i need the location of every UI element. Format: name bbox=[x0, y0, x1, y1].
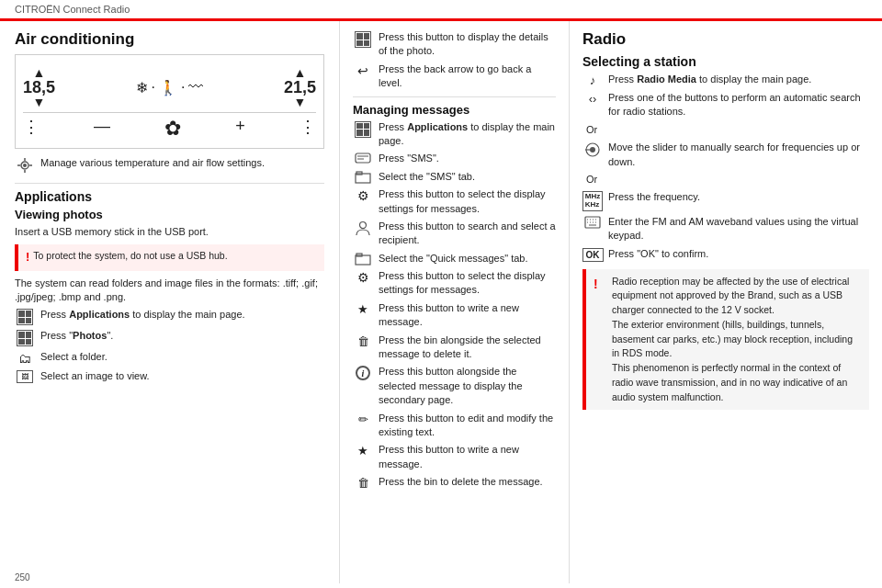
msg-item-10: i Press this button alongside the select… bbox=[353, 365, 556, 407]
msg-item-4: ⚙ Press this button to select the displa… bbox=[353, 187, 556, 216]
viewing-photos-title: Viewing photos bbox=[15, 208, 324, 221]
warning-icon: ! bbox=[26, 249, 29, 266]
warning-row: ! To protect the system, do not use a US… bbox=[26, 249, 317, 266]
mhz-icon-cell: MHzKHz bbox=[582, 190, 603, 211]
app-grid-icon-2 bbox=[15, 329, 35, 346]
trash-symbol-1: 🗑 bbox=[357, 334, 369, 348]
radio-item-6-text: Press "OK" to confirm. bbox=[608, 247, 869, 261]
svg-point-11 bbox=[360, 221, 367, 228]
managing-messages-title: Managing messages bbox=[353, 103, 556, 117]
msg-pencil-icon: ✏ bbox=[353, 412, 373, 426]
or-1: Or bbox=[586, 123, 869, 137]
chevrons-symbol: ‹› bbox=[589, 92, 597, 106]
or-2: Or bbox=[586, 173, 869, 187]
ac-waves-icon: 〰 bbox=[188, 79, 203, 96]
mhz-box: MHzKHz bbox=[582, 191, 603, 211]
app-item-2: Press "Photos". bbox=[15, 329, 324, 346]
msg-tab-icon-2 bbox=[353, 252, 373, 266]
photo-item-1-text: Press this button to display the details… bbox=[379, 30, 556, 59]
divider-mid bbox=[353, 96, 556, 97]
app-item-2-text: Press "Photos". bbox=[40, 329, 324, 343]
app-item-3: 🗂 Select a folder. bbox=[15, 350, 324, 366]
msg-person-icon bbox=[353, 220, 373, 237]
ac-manage-icon bbox=[15, 156, 35, 174]
ok-icon-cell: OK bbox=[582, 247, 603, 262]
system-text: The system can read folders and image fi… bbox=[15, 277, 324, 305]
photo-grid-icon bbox=[353, 30, 373, 48]
app-item-3-text: Select a folder. bbox=[40, 350, 324, 364]
radio-item-5-text: Enter the FM and AM waveband values usin… bbox=[608, 215, 869, 243]
radio-item-3-text: Move the slider to manually search for f… bbox=[608, 141, 869, 169]
ok-box: OK bbox=[582, 248, 604, 262]
msg-item-11: ✏ Press this button to edit and modify t… bbox=[353, 412, 556, 440]
header-title: CITROËN Connect Radio bbox=[15, 4, 130, 15]
ac-left-arrows: ▲ 18,5 ▼ bbox=[23, 66, 55, 108]
msg-item-9-text: Press the bin alongside the selected mes… bbox=[379, 334, 556, 362]
ac-right-arrows: ▲ 21,5 ▼ bbox=[284, 66, 316, 108]
air-conditioning-section: Air conditioning ▲ 18,5 ▼ ❄ · 🚶 · 〰 bbox=[15, 30, 324, 174]
keyboard-icon-cell bbox=[582, 215, 603, 229]
ac-down-arrow-right: ▼ bbox=[294, 96, 307, 108]
msg-item-8-text: Press this button to write a new message… bbox=[379, 301, 556, 330]
middle-column: Press this button to display the details… bbox=[340, 21, 570, 583]
radio-item-4-text: Press the frequency. bbox=[608, 190, 869, 204]
star-symbol-1: ★ bbox=[357, 302, 368, 316]
music-note-icon: ♪ bbox=[582, 73, 603, 87]
main-content: Air conditioning ▲ 18,5 ▼ ❄ · 🚶 · 〰 bbox=[0, 21, 882, 583]
ac-plus: + bbox=[235, 117, 245, 141]
sms-svg bbox=[355, 153, 371, 165]
msg-item-8: ★ Press this button to write a new messa… bbox=[353, 301, 556, 330]
ac-up-arrow: ▲ bbox=[33, 66, 46, 79]
right-column: Radio Selecting a station ♪ Press Radio … bbox=[570, 21, 882, 583]
msg-item-3: Select the "SMS" tab. bbox=[353, 170, 556, 184]
ac-dot1: · bbox=[152, 79, 155, 96]
msg-item-12: ★ Press this button to write a new messa… bbox=[353, 443, 556, 471]
ac-control-box: ▲ 18,5 ▼ ❄ · 🚶 · 〰 ▲ 21,5 ▼ bbox=[15, 54, 324, 149]
radio-item-1: ♪ Press Radio Media to display the main … bbox=[582, 73, 869, 87]
radio-note-text: Radio reception may be affected by the u… bbox=[612, 275, 862, 405]
ac-bottom-row: ⋮ — ✿ + ⋮ bbox=[23, 112, 316, 141]
chevrons-icon: ‹› bbox=[582, 91, 603, 106]
msg-item-13: 🗑 Press the bin to delete the message. bbox=[353, 475, 556, 490]
msg-item-10-text: Press this button alongside the selected… bbox=[379, 365, 556, 407]
back-arrow-icon: ↩ bbox=[353, 62, 373, 78]
msg-item-3-text: Select the "SMS" tab. bbox=[379, 170, 556, 184]
msg-star-icon-2: ★ bbox=[353, 443, 373, 458]
app-item-4-text: Select an image to view. bbox=[40, 369, 324, 383]
radio-item-2-text: Press one of the buttons to perform an a… bbox=[608, 91, 869, 119]
image-icon: 🖼 bbox=[17, 370, 33, 383]
tab-svg-1 bbox=[355, 171, 371, 184]
gear-symbol-1: ⚙ bbox=[357, 188, 369, 203]
select-station-title: Selecting a station bbox=[582, 54, 869, 69]
ac-manage-text: Manage various temperature and air flow … bbox=[40, 156, 324, 170]
divider-1 bbox=[15, 183, 324, 184]
msg-item-1: Press Applications to display the main p… bbox=[353, 120, 556, 149]
msg-star-icon-1: ★ bbox=[353, 301, 373, 316]
ac-snowflake-icon: ❄ bbox=[136, 79, 148, 96]
radio-title: Radio bbox=[582, 30, 869, 49]
msg-item-9: 🗑 Press the bin alongside the selected m… bbox=[353, 334, 556, 362]
ac-bottom-icon2: ⋮ bbox=[300, 117, 316, 141]
svg-rect-6 bbox=[356, 153, 370, 163]
photo-item-2-text: Press the back arrow to go back a level. bbox=[379, 62, 556, 91]
msg-item-6-text: Select the "Quick messages" tab. bbox=[379, 252, 556, 266]
msg-item-5: Press this button to search and select a… bbox=[353, 220, 556, 248]
slider-svg bbox=[584, 141, 601, 158]
applications-title: Applications bbox=[15, 189, 324, 204]
pencil-symbol: ✏ bbox=[358, 413, 368, 426]
msg-grid-icon-1 bbox=[353, 120, 373, 138]
ac-temp-left: 18,5 bbox=[23, 79, 55, 96]
keyboard-svg bbox=[584, 216, 601, 229]
app-item-1-text: Press Applications to display the main p… bbox=[40, 308, 324, 322]
gear-symbol-2: ⚙ bbox=[357, 270, 369, 285]
app-item-1: Press Applications to display the main p… bbox=[15, 308, 324, 325]
person-svg bbox=[355, 220, 371, 237]
ac-manage-row: Manage various temperature and air flow … bbox=[15, 156, 324, 174]
ac-down-arrow: ▼ bbox=[33, 96, 46, 108]
ac-temp-right: 21,5 bbox=[284, 79, 316, 96]
radio-item-2: ‹› Press one of the buttons to perform a… bbox=[582, 91, 869, 119]
ac-person-icon: 🚶 bbox=[159, 79, 177, 96]
ac-fan-icon: ✿ bbox=[164, 117, 181, 141]
folder-icon: 🗂 bbox=[18, 351, 31, 366]
radio-item-1-text: Press Radio Media to display the main pa… bbox=[608, 73, 869, 86]
